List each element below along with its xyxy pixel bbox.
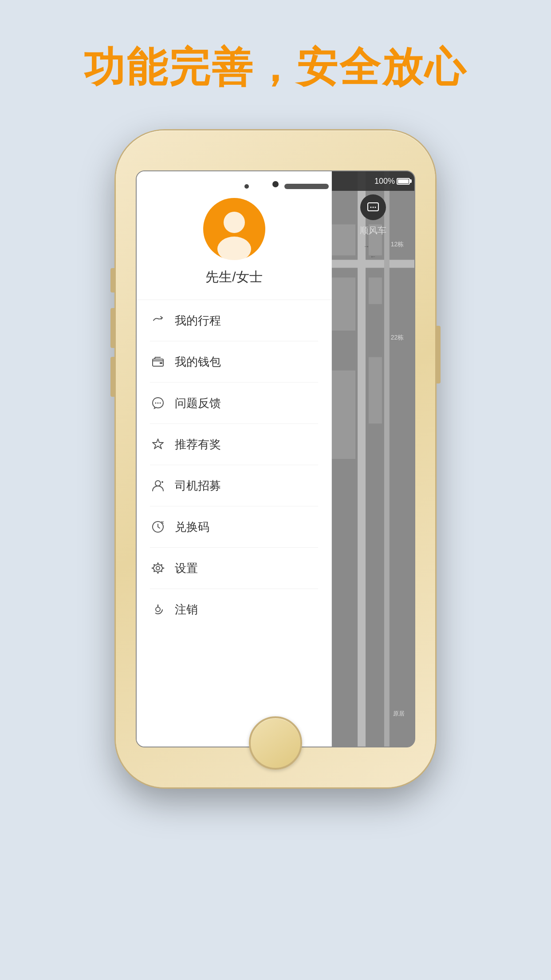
page-title: 功能完善，安全放心 (84, 40, 467, 95)
svg-point-1 (224, 212, 245, 233)
svg-rect-23 (332, 371, 355, 459)
screen-content: 先生/女士 我的行程 (137, 171, 414, 747)
volume-down-button (110, 357, 115, 397)
svg-point-31 (370, 207, 372, 208)
menu-item-redeem-code[interactable]: 兑换码 (150, 506, 318, 548)
svg-point-12 (156, 566, 160, 570)
menu-item-my-wallet[interactable]: 我的钱包 (150, 341, 318, 383)
referral-icon (150, 436, 166, 452)
svg-rect-17 (358, 171, 366, 747)
svg-text:←: ← (370, 253, 376, 260)
volume-up-button (110, 308, 115, 348)
svg-text:→: → (363, 243, 370, 250)
menu-item-logout[interactable]: 注销 (150, 589, 318, 630)
feedback-icon (150, 395, 166, 411)
svg-rect-21 (332, 277, 355, 331)
svg-rect-4 (160, 362, 162, 364)
settings-icon (150, 560, 166, 576)
menu-panel: 先生/女士 我的行程 (137, 171, 332, 747)
username: 先生/女士 (205, 268, 262, 286)
menu-item-settings[interactable]: 设置 (150, 548, 318, 589)
driver-icon (150, 478, 166, 494)
home-button[interactable] (249, 716, 302, 770)
svg-point-2 (217, 237, 251, 261)
logout-icon (150, 601, 166, 617)
menu-item-label-feedback: 问题反馈 (175, 395, 221, 411)
power-button (436, 326, 441, 383)
phone-top-bar (137, 171, 414, 202)
menu-item-label-wallet: 我的钱包 (175, 354, 221, 370)
menu-item-label-settings: 设置 (175, 561, 198, 576)
app-label: 顺风车 (332, 225, 414, 237)
svg-text:22栋: 22栋 (391, 334, 404, 341)
svg-point-33 (375, 207, 376, 208)
menu-item-label-referral: 推荐有奖 (175, 437, 221, 452)
menu-item-label-logout: 注销 (175, 602, 198, 617)
svg-rect-22 (369, 277, 382, 304)
front-camera (272, 181, 279, 187)
menu-item-referral[interactable]: 推荐有奖 (150, 424, 318, 465)
svg-rect-24 (369, 357, 382, 424)
wallet-icon (150, 354, 166, 370)
menu-item-label-redeem: 兑换码 (175, 519, 209, 535)
menu-item-label-driver: 司机招募 (175, 478, 221, 494)
svg-marker-8 (153, 439, 163, 449)
svg-text:12栋: 12栋 (391, 241, 404, 248)
svg-point-7 (160, 403, 161, 404)
menu-items-list: 我的行程 我的钱包 (137, 300, 331, 630)
mute-button (110, 268, 115, 292)
phone-screen: 先生/女士 我的行程 (136, 170, 415, 747)
trip-icon (150, 312, 166, 328)
message-icon (367, 201, 379, 213)
speaker-grille (284, 184, 329, 189)
svg-text:原居: 原居 (393, 710, 405, 717)
avatar (203, 198, 265, 260)
svg-point-14 (156, 607, 160, 612)
menu-item-my-trips[interactable]: 我的行程 (150, 300, 318, 341)
menu-item-feedback[interactable]: 问题反馈 (150, 383, 318, 424)
map-panel: → ← 12栋 22栋 原居 100% (332, 171, 414, 747)
front-camera-dot (244, 184, 249, 189)
avatar-container (203, 198, 265, 260)
phone-shell: 先生/女士 我的行程 (116, 130, 435, 787)
menu-item-label-trips: 我的行程 (175, 313, 221, 328)
svg-rect-18 (384, 171, 390, 747)
svg-point-9 (155, 481, 161, 486)
svg-point-5 (157, 403, 159, 404)
redeem-icon (150, 519, 166, 535)
svg-rect-16 (332, 260, 414, 268)
svg-point-32 (373, 207, 374, 208)
svg-point-6 (155, 403, 157, 404)
menu-item-driver-recruit[interactable]: 司机招募 (150, 465, 318, 506)
